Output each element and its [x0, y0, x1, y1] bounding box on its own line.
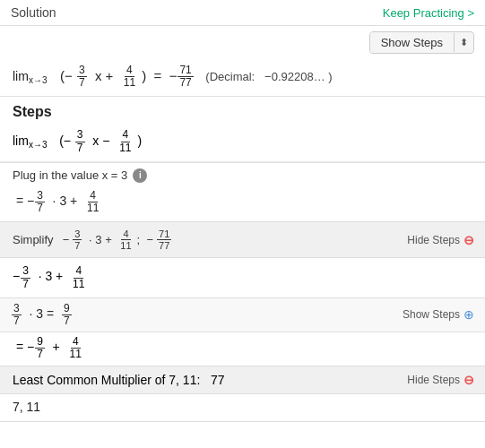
show-steps-plus-icon: ⊕: [463, 307, 474, 322]
sub-step-2-expression: = −97 + 411: [0, 332, 485, 366]
hide-steps-label-lcm: Hide Steps: [407, 374, 460, 386]
show-steps-button[interactable]: Show Steps ⬍: [369, 31, 474, 54]
decimal-note: (Decimal: −0.92208… ): [205, 70, 332, 83]
lcm-label: Least Common Multiplier of 7, 11:: [13, 373, 200, 387]
show-steps-row-multiply: 37 · 3 = 97 Show Steps ⊕: [0, 298, 485, 332]
decimal-value: −0.92208…: [264, 70, 325, 83]
show-steps-label: Show Steps: [370, 32, 454, 53]
simplify-header: Simplify −37 · 3 + 411 ; − 7177 Hide Ste…: [0, 222, 485, 257]
show-steps-button-multiply[interactable]: Show Steps ⊕: [403, 307, 474, 322]
lcm-section: Least Common Multiplier of 7, 11: 77 Hid…: [0, 366, 485, 421]
info-icon[interactable]: i: [133, 168, 147, 183]
main-expression: (− 37 x + 411 ): [60, 68, 150, 83]
plug-in-info: Plug in the value x = 3 i: [0, 163, 485, 186]
steps-heading: Steps: [0, 97, 485, 124]
answer-line: limx→3 (− 37 x + 411 ) = −7177 (Dec: [13, 65, 472, 89]
simplify-section: Simplify −37 · 3 + 411 ; − 7177 Hide Ste…: [0, 221, 485, 422]
main-result: −7177: [169, 68, 198, 83]
hide-steps-icon-lcm: ⊖: [463, 373, 474, 387]
lcm-label-area: Least Common Multiplier of 7, 11: 77: [13, 373, 225, 387]
multiply-result-expr: 37 · 3 = 97: [11, 303, 403, 327]
simplify-text: Simplify: [13, 233, 54, 246]
lcm-header: Least Common Multiplier of 7, 11: 77 Hid…: [0, 366, 485, 393]
limit-notation-main: limx→3 (− 37 x + 411 ) = −7177 (Dec: [13, 65, 333, 89]
plug-in-text: Plug in the value x = 3: [13, 168, 127, 182]
hide-steps-button-simplify[interactable]: Hide Steps ⊖: [407, 233, 474, 247]
solution-label: Solution: [11, 5, 56, 20]
sub-step-1: −37 · 3 + 411: [0, 257, 485, 297]
step1-expression: (− 37 x − 411 ): [59, 134, 142, 148]
plug-in-result-expression: = −37 · 3 + 411: [0, 186, 485, 221]
hide-steps-icon-simplify: ⊖: [463, 233, 474, 247]
keep-practicing-link[interactable]: Keep Practicing >: [383, 6, 474, 20]
lcm-sub-value: 7, 11: [0, 393, 485, 421]
step-initial-expression: limx→3 (− 37 x − 411 ): [0, 124, 485, 161]
hide-steps-button-lcm[interactable]: Hide Steps ⊖: [407, 373, 474, 387]
show-steps-small-label: Show Steps: [403, 308, 460, 321]
simplify-label: Simplify −37 · 3 + 411 ; − 7177: [13, 228, 172, 251]
lcm-value: 77: [211, 373, 225, 387]
hide-steps-label-simplify: Hide Steps: [407, 234, 460, 246]
top-bar: Solution Keep Practicing >: [0, 0, 485, 26]
step1-limit-notation: limx→3: [13, 134, 47, 148]
main-answer-area: limx→3 (− 37 x + 411 ) = −7177 (Dec: [0, 57, 485, 97]
show-steps-arrow-icon: ⬍: [454, 33, 473, 52]
show-steps-bar: Show Steps ⬍: [0, 26, 485, 57]
